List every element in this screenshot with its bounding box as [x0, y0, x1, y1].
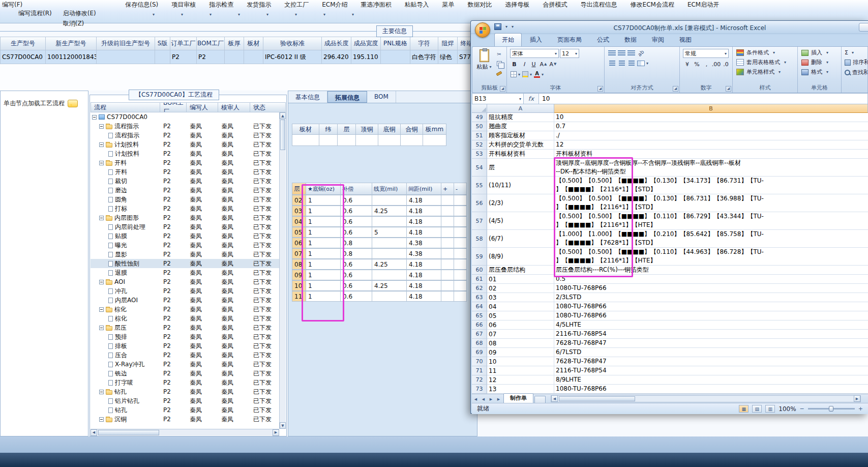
cell-B65[interactable]: 1080-TU-768P66 [554, 311, 868, 320]
scroll-left-icon[interactable]: ◀ [91, 429, 97, 436]
cell-B73[interactable]: 1080-TU-768P66 [554, 385, 868, 394]
tab-basic-info[interactable]: 基本信息 [288, 91, 327, 103]
font-color-button[interactable]: A▾ [533, 70, 544, 78]
cell-A67[interactable]: 07 [487, 330, 554, 339]
cell-A52[interactable]: 大料拼的交货单元数 [487, 140, 554, 150]
tree-row[interactable]: 圆角P2秦凤秦凤已下发 [91, 195, 279, 204]
layer-cell-plus[interactable] [441, 238, 454, 248]
insert-function-button[interactable]: fx [524, 93, 539, 104]
cell-B50[interactable]: 0.7 [554, 122, 868, 131]
cell-A58[interactable]: (6/7) [487, 230, 554, 248]
increase-decimal-button[interactable]: .00 [712, 60, 721, 68]
grid-column-header[interactable]: S版 [155, 37, 170, 50]
tree-node[interactable]: 铝片钻孔 [91, 397, 160, 405]
tree-row[interactable]: AOIP2秦凤秦凤已下发 [91, 277, 279, 286]
menu-item[interactable]: ECM介绍 [322, 1, 347, 9]
tree-row[interactable]: 曝光P2秦凤秦凤已下发 [91, 241, 279, 250]
decrease-decimal-button[interactable]: .0 [722, 60, 730, 68]
grid-cell[interactable]: IPC-6012 II 级 [263, 50, 322, 64]
customize-qat-icon[interactable]: ▾ [512, 24, 514, 29]
layer-column-header[interactable]: 间距(mil) [407, 183, 441, 195]
layer-cell-minus[interactable] [454, 280, 467, 291]
cell-A64[interactable]: 04 [487, 302, 554, 311]
grid-cell[interactable]: P2 [170, 50, 197, 64]
row-header[interactable]: 55 [472, 177, 487, 194]
borders-button[interactable]: ▾ [510, 70, 521, 78]
cell-A73[interactable]: 13 [487, 385, 554, 394]
scrollbar-thumb[interactable] [98, 430, 159, 435]
tree-row[interactable]: 排板P2秦凤秦凤已下发 [91, 341, 279, 351]
material-column-header[interactable]: 顶铜 [356, 124, 378, 135]
dialog-launcher-icon[interactable]: ◢ [500, 86, 505, 92]
page-layout-view-button[interactable]: ▤ [752, 405, 762, 413]
window-control-button[interactable] [859, 23, 868, 32]
layer-cell-minus[interactable] [454, 216, 467, 227]
layer-cell-gap[interactable]: 4.18 [407, 206, 441, 216]
zoom-slider[interactable] [808, 408, 855, 410]
layer-cell-minus[interactable] [454, 248, 467, 259]
ribbon-tab-2[interactable]: 页面布局 [550, 34, 589, 46]
layer-cell-width[interactable]: 5 [372, 227, 407, 238]
format-painter-button[interactable] [495, 69, 503, 77]
cell-B69[interactable]: 6/7LSTD [554, 348, 868, 357]
layer-cell-width[interactable] [372, 195, 407, 206]
grid-column-header[interactable]: 验收标准 [263, 37, 322, 50]
layer-cell-comp[interactable]: 0.8 [341, 248, 372, 259]
layer-cell-comp[interactable]: 0.6 [341, 216, 372, 227]
grid-cell[interactable] [155, 50, 170, 64]
tree-node[interactable]: AOI [91, 278, 160, 285]
cell-A65[interactable]: 05 [487, 311, 554, 320]
row-header[interactable]: 69 [472, 348, 487, 357]
layer-cell-gap[interactable]: 4.18 [407, 259, 441, 270]
align-left-button[interactable] [608, 59, 616, 67]
grid-column-header[interactable]: PNL规格 [381, 37, 410, 50]
tree-row[interactable]: 流程指示P2秦凤秦凤已下发 [91, 131, 279, 140]
align-bottom-button[interactable] [627, 49, 636, 57]
bold-button[interactable]: B [510, 60, 519, 68]
cell-A53[interactable]: 开料板材资料 [487, 150, 554, 159]
menu-item[interactable]: 导出流程信息 [581, 1, 617, 9]
cancel-button[interactable]: 取消(Z) [63, 19, 96, 28]
collapse-icon[interactable] [99, 326, 104, 330]
align-right-button[interactable] [627, 59, 636, 67]
cell-A61[interactable]: 01 [487, 275, 554, 284]
menu-item[interactable]: 选择母板 [505, 1, 530, 9]
grid-column-header[interactable]: 升级前旧生产型号 [97, 37, 155, 50]
layer-cell-width[interactable]: 4.25 [372, 206, 407, 216]
normal-view-button[interactable]: ▦ [739, 405, 749, 413]
tree-node[interactable]: 钻孔 [91, 388, 160, 396]
insert-cells-button[interactable]: 插入▾ [798, 47, 841, 56]
cell-B71[interactable]: 2116-TU-768P54 [554, 366, 868, 375]
cell-A56[interactable]: (2/3) [487, 194, 554, 212]
tree-row[interactable]: 棕化P2秦凤秦凤已下发 [91, 305, 279, 314]
office-button[interactable] [475, 22, 490, 38]
comma-button[interactable]: , [702, 60, 711, 68]
row-header[interactable]: 61 [472, 275, 487, 284]
tree-row[interactable]: CS77D00CA0 [91, 112, 279, 122]
layer-cell-comp[interactable]: 0.6 [341, 259, 372, 270]
scroll-up-icon[interactable]: ▲ [280, 112, 286, 119]
row-header[interactable]: 53 [472, 150, 487, 159]
row-header[interactable]: 70 [472, 357, 487, 366]
grid-cell[interactable] [244, 50, 263, 64]
cell-B67[interactable]: 2116-TU-768P54 [554, 330, 868, 339]
layer-cell-gap[interactable]: 4.18 [407, 270, 441, 280]
menu-item[interactable]: 保存信息(S) [125, 1, 158, 9]
next-sheet-icon[interactable]: ▶ [487, 395, 495, 403]
align-middle-button[interactable] [617, 49, 626, 57]
collapse-icon[interactable] [99, 142, 104, 147]
tree-node[interactable]: 磨边 [91, 186, 160, 195]
cell-B63[interactable]: 2/3LSTD [554, 293, 868, 302]
menu-item[interactable]: 数据对比 [468, 1, 492, 9]
grid-column-header[interactable]: 成品长度 [322, 37, 351, 50]
layer-cell-width[interactable] [372, 238, 407, 248]
first-sheet-icon[interactable]: ◀ [472, 395, 480, 403]
align-top-button[interactable] [608, 49, 616, 57]
layer-cell-minus[interactable] [454, 227, 467, 238]
tree-node[interactable]: 压合 [91, 351, 160, 360]
autosum-button[interactable]: Σ▾ [842, 47, 867, 56]
row-header[interactable]: 73 [472, 385, 487, 394]
scroll-left-icon[interactable]: ◀ [551, 395, 558, 402]
scroll-down-icon[interactable]: ▼ [280, 422, 286, 429]
layer-cell-comp[interactable]: 0.6 [341, 195, 372, 206]
